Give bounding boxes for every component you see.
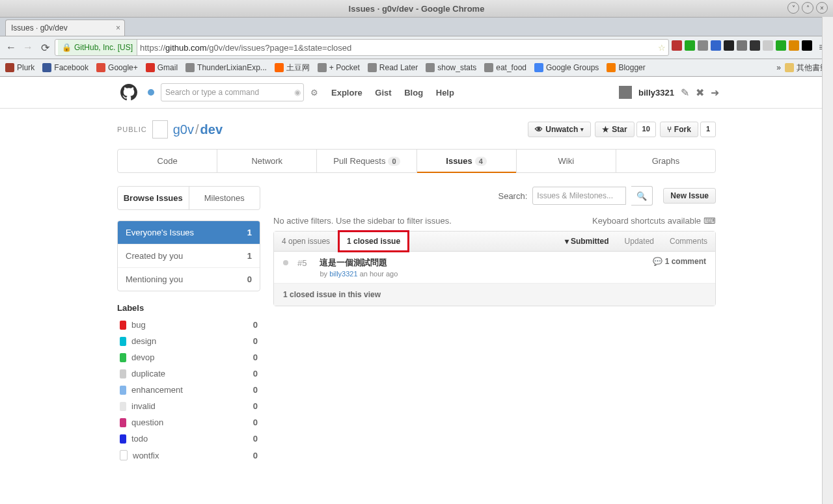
keyboard-shortcuts-link[interactable]: Keyboard shortcuts available⌨: [592, 216, 716, 226]
label-wontfix[interactable]: wontfix0: [117, 447, 260, 464]
tab-code[interactable]: Code: [118, 150, 217, 172]
star-icon: ★: [602, 125, 609, 134]
ext-icon[interactable]: [711, 40, 721, 51]
gear-icon[interactable]: ⚙: [310, 88, 318, 98]
ext-icon[interactable]: [763, 40, 773, 51]
back-button[interactable]: ←: [4, 40, 18, 55]
issues-search-input[interactable]: Issues & Milestones...: [532, 187, 626, 205]
tab-pull-requests[interactable]: Pull Requests0: [316, 150, 416, 172]
star-button[interactable]: ★Star: [595, 122, 634, 137]
label-swatch: [120, 353, 126, 362]
bookmark-icon: [607, 63, 616, 72]
ext-icon[interactable]: [750, 40, 760, 51]
nav-help[interactable]: Help: [436, 88, 454, 98]
unwatch-button[interactable]: 👁Unwatch▾: [528, 122, 591, 137]
state-open[interactable]: 4 open issues: [274, 232, 338, 251]
issue-number: #5: [297, 258, 307, 268]
sort-submitted[interactable]: ▾ Submitted: [557, 232, 617, 251]
create-icon[interactable]: ✎: [681, 86, 689, 99]
issue-title[interactable]: 這是一個測試問題: [320, 257, 398, 269]
issue-row[interactable]: #5 這是一個測試問題 by billy3321 an hour ago 💬1 …: [274, 252, 715, 284]
label-invalid[interactable]: invalid0: [117, 398, 260, 414]
ext-icon[interactable]: [698, 40, 708, 51]
notifications-indicator-icon[interactable]: [148, 89, 154, 96]
label-bug[interactable]: bug0: [117, 317, 260, 333]
label-swatch: [120, 321, 126, 330]
github-logo-icon[interactable]: [120, 84, 137, 101]
filter-created-by-you[interactable]: Created by you1: [118, 244, 260, 267]
subnav-milestones[interactable]: Milestones: [189, 187, 260, 209]
repo-owner-link[interactable]: g0v: [173, 122, 194, 137]
ext-icon[interactable]: [789, 40, 799, 51]
label-swatch: [120, 369, 126, 378]
nav-blog[interactable]: Blog: [404, 88, 423, 98]
settings-icon[interactable]: ✖: [696, 86, 704, 99]
sort-updated[interactable]: Updated: [617, 232, 662, 251]
repo-header: PUBLIC g0v/dev 👁Unwatch▾ ★Star10 ⑂Fork1: [117, 120, 716, 139]
repo-title: g0v/dev: [173, 122, 223, 137]
tab-graphs[interactable]: Graphs: [616, 150, 715, 172]
forward-button[interactable]: →: [21, 40, 35, 55]
ext-icon[interactable]: [672, 40, 682, 51]
bookmark-item[interactable]: Google+: [96, 63, 138, 72]
new-issue-button[interactable]: New Issue: [663, 188, 716, 204]
username[interactable]: billy3321: [638, 88, 674, 98]
bookmark-item[interactable]: Gmail: [146, 63, 178, 72]
tab-network[interactable]: Network: [217, 150, 316, 172]
repo-icon: [152, 120, 168, 139]
ext-icon[interactable]: [802, 40, 812, 51]
tab-issues[interactable]: Issues4: [416, 150, 516, 172]
bookmark-item[interactable]: Read Later: [368, 63, 418, 72]
fork-count[interactable]: 1: [700, 122, 716, 137]
bookmark-item[interactable]: eat_food: [484, 63, 526, 72]
bookmark-item[interactable]: ThunderLixianExp...: [185, 63, 267, 72]
label-todo[interactable]: todo0: [117, 431, 260, 447]
nav-explore[interactable]: Explore: [331, 88, 362, 98]
star-icon[interactable]: ☆: [658, 43, 666, 53]
label-duplicate[interactable]: duplicate0: [117, 365, 260, 382]
maximize-icon[interactable]: ˄: [802, 2, 813, 14]
issue-comments[interactable]: 💬1 comment: [653, 257, 706, 266]
label-devop[interactable]: devop0: [117, 349, 260, 365]
label-design[interactable]: design0: [117, 333, 260, 349]
bookmark-icon: [426, 63, 435, 72]
reload-button[interactable]: ⟳: [38, 40, 52, 55]
scrollbar[interactable]: [822, 17, 833, 464]
bookmark-item[interactable]: show_stats: [426, 63, 476, 72]
tab-wiki[interactable]: Wiki: [516, 150, 616, 172]
bookmark-item[interactable]: 土豆网: [275, 62, 310, 73]
command-search-input[interactable]: Search or type a command ◉: [161, 83, 304, 101]
bookmarks-bar: Plurk Facebook Google+ Gmail ThunderLixi…: [0, 59, 833, 77]
signout-icon[interactable]: ➜: [711, 86, 719, 99]
bookmarks-overflow[interactable]: »: [776, 63, 781, 72]
browser-tab[interactable]: Issues · g0v/dev ×: [5, 20, 125, 36]
close-icon[interactable]: ×: [816, 2, 828, 14]
bookmark-item[interactable]: Blogger: [607, 63, 645, 72]
avatar[interactable]: [619, 86, 632, 99]
filter-mentioning-you[interactable]: Mentioning you0: [118, 267, 260, 291]
address-bar[interactable]: 🔒 GitHub, Inc. [US] https://github.com/g…: [55, 39, 669, 56]
bookmark-item[interactable]: Google Groups: [534, 63, 599, 72]
issue-author-link[interactable]: billy3321: [329, 270, 357, 278]
label-swatch: [120, 434, 126, 444]
bookmark-item[interactable]: + Pocket: [318, 63, 360, 72]
ext-icon[interactable]: [685, 40, 695, 51]
tab-close-icon[interactable]: ×: [116, 23, 120, 33]
ext-icon[interactable]: [724, 40, 734, 51]
label-question[interactable]: question0: [117, 414, 260, 431]
fork-button[interactable]: ⑂Fork: [660, 122, 698, 137]
bookmark-item[interactable]: Plurk: [5, 63, 34, 72]
nav-gist[interactable]: Gist: [375, 88, 391, 98]
minimize-icon[interactable]: ˅: [787, 2, 799, 14]
label-enhancement[interactable]: enhancement0: [117, 382, 260, 398]
ext-icon[interactable]: [737, 40, 747, 51]
sort-comments[interactable]: Comments: [662, 232, 715, 251]
state-closed[interactable]: 1 closed issue: [338, 231, 409, 252]
star-count[interactable]: 10: [636, 122, 656, 137]
ext-icon[interactable]: [776, 40, 786, 51]
repo-name-link[interactable]: dev: [200, 122, 223, 137]
search-button[interactable]: 🔍: [631, 186, 653, 206]
subnav-browse[interactable]: Browse Issues: [118, 187, 189, 209]
filter-everyones[interactable]: Everyone's Issues1: [118, 221, 260, 244]
bookmark-item[interactable]: Facebook: [42, 63, 89, 72]
